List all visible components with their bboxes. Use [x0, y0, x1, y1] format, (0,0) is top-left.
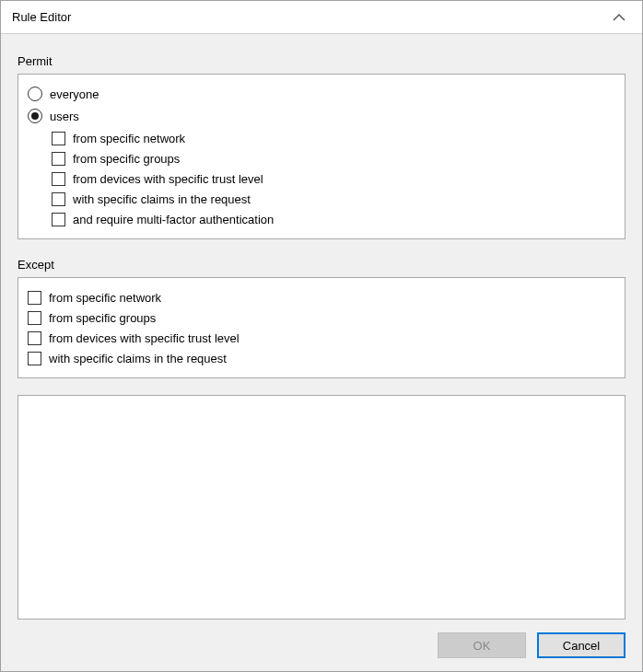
window-title: Rule Editor — [12, 10, 71, 24]
except-label: Except — [18, 258, 625, 272]
check-permit-groups[interactable]: from specific groups — [52, 148, 615, 168]
check-except-claims[interactable]: with specific claims in the request — [28, 348, 615, 368]
titlebar: Rule Editor — [1, 1, 642, 34]
checkbox-icon — [52, 213, 65, 226]
check-label: from specific groups — [73, 152, 180, 166]
cancel-button[interactable]: Cancel — [537, 632, 625, 658]
cancel-button-label: Cancel — [563, 639, 600, 653]
check-permit-mfa[interactable]: and require multi-factor authentication — [52, 209, 615, 229]
check-except-network[interactable]: from specific network — [28, 287, 615, 307]
radio-users[interactable]: users — [28, 106, 615, 126]
ok-button: OK — [438, 632, 526, 658]
radio-users-label: users — [50, 110, 79, 123]
check-label: from specific groups — [49, 311, 156, 325]
check-permit-network[interactable]: from specific network — [52, 128, 615, 148]
check-permit-claims[interactable]: with specific claims in the request — [52, 189, 615, 209]
checkbox-icon — [52, 152, 65, 166]
check-label: with specific claims in the request — [49, 352, 227, 365]
check-label: from specific network — [49, 291, 161, 305]
ok-button-label: OK — [473, 639, 491, 653]
radio-icon — [28, 87, 42, 101]
check-label: and require multi-factor authentication — [73, 213, 274, 226]
radio-everyone[interactable]: everyone — [28, 84, 615, 104]
checkbox-icon — [28, 331, 41, 345]
radio-everyone-label: everyone — [50, 87, 99, 101]
checkbox-icon — [52, 172, 65, 186]
dialog-buttons: OK Cancel — [18, 632, 625, 658]
radio-icon — [28, 109, 42, 123]
except-group: from specific network from specific grou… — [18, 277, 625, 378]
checkbox-icon — [28, 291, 41, 305]
dialog-content: Permit everyone users from specific netw… — [1, 34, 642, 671]
check-permit-trust[interactable]: from devices with specific trust level — [52, 168, 615, 189]
permit-label: Permit — [18, 54, 625, 68]
check-except-groups[interactable]: from specific groups — [28, 307, 615, 328]
check-except-trust[interactable]: from devices with specific trust level — [28, 328, 615, 348]
check-label: with specific claims in the request — [73, 192, 251, 206]
chevron-up-icon[interactable] — [607, 11, 631, 24]
except-section: Except from specific network from specif… — [18, 252, 625, 378]
check-label: from specific network — [73, 132, 185, 145]
check-label: from devices with specific trust level — [49, 331, 240, 345]
checkbox-icon — [28, 311, 41, 325]
check-label: from devices with specific trust level — [73, 172, 263, 186]
permit-user-conditions: from specific network from specific grou… — [52, 128, 615, 229]
rule-details-panel[interactable] — [18, 395, 625, 620]
checkbox-icon — [28, 352, 41, 365]
permit-group: everyone users from specific network fro… — [18, 74, 625, 239]
checkbox-icon — [52, 132, 65, 145]
checkbox-icon — [52, 192, 65, 206]
